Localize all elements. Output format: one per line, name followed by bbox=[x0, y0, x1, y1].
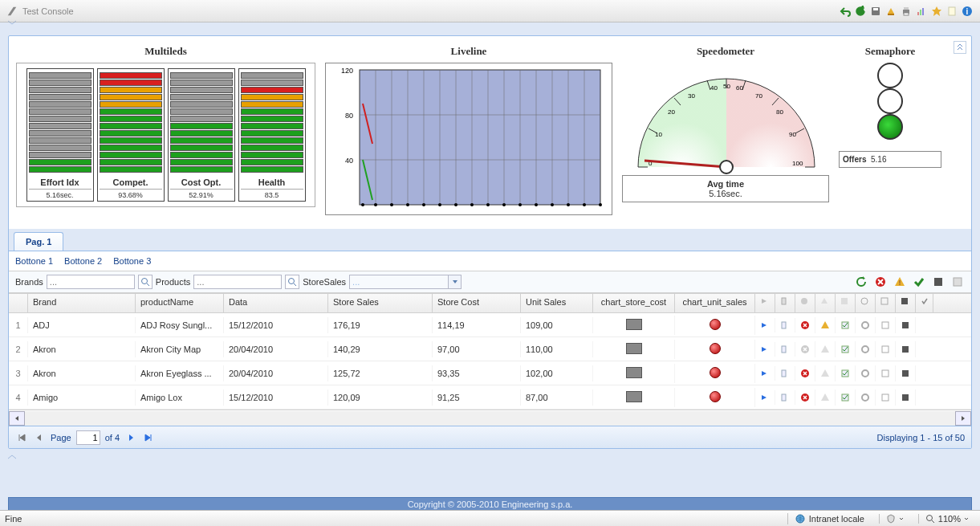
row-box-icon[interactable] bbox=[876, 341, 896, 357]
multiled-value: 93.68% bbox=[100, 189, 162, 199]
col-storesales[interactable]: Store Sales bbox=[328, 294, 433, 312]
row-play-icon[interactable] bbox=[755, 390, 775, 405]
cell-storesales: 120,09 bbox=[328, 389, 433, 406]
refresh-action-icon[interactable] bbox=[854, 275, 868, 289]
col-a3[interactable] bbox=[795, 294, 815, 312]
scroll-right-icon[interactable] bbox=[955, 411, 971, 426]
row-stop-icon[interactable] bbox=[896, 341, 916, 357]
star-icon[interactable] bbox=[930, 5, 943, 18]
row-check-icon[interactable] bbox=[836, 317, 856, 333]
row-doc-icon[interactable] bbox=[775, 318, 795, 332]
row-delete-icon[interactable] bbox=[795, 365, 815, 381]
cell-chart-store bbox=[593, 316, 675, 335]
row-doc-icon[interactable] bbox=[775, 366, 795, 381]
col-chartstore[interactable]: chart_store_cost bbox=[593, 294, 675, 312]
table-row[interactable]: 2AkronAkron City Map20/04/2010140,2997,0… bbox=[9, 337, 971, 361]
horizontal-scrollbar[interactable] bbox=[9, 410, 971, 426]
brands-input[interactable] bbox=[47, 275, 135, 289]
row-radio-icon[interactable] bbox=[856, 389, 876, 406]
row-delete-icon[interactable] bbox=[795, 341, 815, 357]
row-warn-icon[interactable] bbox=[815, 317, 836, 333]
row-box-icon[interactable] bbox=[876, 365, 896, 381]
row-doc-icon[interactable] bbox=[775, 390, 795, 405]
page-last-icon[interactable] bbox=[142, 431, 155, 444]
delete-action-icon[interactable] bbox=[873, 275, 888, 289]
chart-icon[interactable] bbox=[915, 5, 928, 18]
stop-action-icon[interactable] bbox=[931, 275, 945, 289]
col-a7[interactable] bbox=[876, 294, 896, 312]
page-input[interactable] bbox=[76, 430, 100, 445]
row-play-icon[interactable] bbox=[755, 366, 775, 381]
row-box-icon[interactable] bbox=[876, 389, 896, 406]
undo-icon[interactable] bbox=[839, 5, 852, 18]
col-a2[interactable] bbox=[775, 294, 795, 312]
col-unitsales[interactable]: Unit Sales bbox=[521, 294, 593, 312]
help-icon[interactable]: i bbox=[961, 5, 974, 18]
row-radio-icon[interactable] bbox=[856, 365, 876, 381]
page-prev-icon[interactable] bbox=[33, 431, 46, 444]
row-delete-icon[interactable] bbox=[795, 317, 815, 333]
cell-storesales: 176,19 bbox=[328, 317, 433, 333]
row-play-icon[interactable] bbox=[755, 342, 775, 357]
col-a5[interactable] bbox=[836, 294, 856, 312]
row-play-icon[interactable] bbox=[755, 318, 775, 332]
row-stop-icon[interactable] bbox=[896, 365, 916, 381]
row-warn-icon[interactable] bbox=[815, 365, 836, 381]
panel-toggle-top[interactable] bbox=[0, 19, 980, 26]
col-a6[interactable] bbox=[856, 294, 876, 312]
save-icon[interactable] bbox=[869, 5, 882, 18]
row-check-icon[interactable] bbox=[836, 389, 856, 406]
note-icon[interactable] bbox=[945, 5, 958, 18]
row-doc-icon[interactable] bbox=[775, 342, 795, 357]
panel-toggle-bottom[interactable] bbox=[0, 454, 980, 460]
tab-page1[interactable]: Pag. 1 bbox=[14, 232, 63, 251]
bottone-2[interactable]: Bottone 2 bbox=[64, 256, 102, 266]
col-storecost[interactable]: Store Cost bbox=[433, 294, 521, 312]
brands-search-icon[interactable] bbox=[138, 275, 152, 289]
col-chartunit[interactable]: chart_unit_sales bbox=[675, 294, 755, 312]
row-stop-icon[interactable] bbox=[896, 317, 916, 333]
row-radio-icon[interactable] bbox=[856, 341, 876, 357]
status-security[interactable] bbox=[879, 514, 910, 524]
storesales-select[interactable]: ... bbox=[349, 275, 462, 289]
products-search-icon[interactable] bbox=[285, 275, 299, 289]
scroll-left-icon[interactable] bbox=[9, 411, 25, 426]
export-icon[interactable] bbox=[884, 5, 897, 18]
col-a9[interactable] bbox=[916, 294, 933, 312]
col-brand[interactable]: Brand bbox=[28, 294, 136, 312]
warning-action-icon[interactable]: ! bbox=[893, 275, 907, 289]
bottone-1[interactable]: Bottone 1 bbox=[15, 256, 53, 266]
col-product[interactable]: productName bbox=[136, 294, 224, 312]
col-a8[interactable] bbox=[896, 294, 916, 312]
col-data[interactable]: Data bbox=[224, 294, 328, 312]
accept-action-icon[interactable] bbox=[912, 275, 926, 289]
col-a4[interactable] bbox=[815, 294, 836, 312]
refresh-icon[interactable] bbox=[854, 5, 867, 18]
row-box-icon[interactable] bbox=[876, 317, 896, 333]
row-warn-icon[interactable] bbox=[815, 341, 836, 357]
blank-action-icon[interactable] bbox=[950, 275, 965, 289]
cell-product: Akron City Map bbox=[136, 341, 224, 357]
row-check-icon[interactable] bbox=[836, 365, 856, 381]
print-icon[interactable] bbox=[900, 5, 913, 18]
page-next-icon[interactable] bbox=[124, 431, 137, 444]
page-first-icon[interactable] bbox=[15, 431, 28, 444]
col-rownum[interactable] bbox=[9, 294, 28, 312]
collapse-button[interactable] bbox=[954, 41, 966, 54]
row-delete-icon[interactable] bbox=[795, 389, 815, 406]
button-row: Bottone 1 Bottone 2 Bottone 3 bbox=[9, 251, 971, 271]
chevron-down-icon[interactable] bbox=[448, 275, 461, 288]
scroll-track[interactable] bbox=[25, 411, 955, 426]
products-input[interactable] bbox=[193, 275, 282, 289]
table-row[interactable]: 3AkronAkron Eyeglass ...20/04/2010125,72… bbox=[9, 361, 971, 385]
bottone-3[interactable]: Bottone 3 bbox=[113, 256, 151, 266]
row-radio-icon[interactable] bbox=[856, 317, 876, 333]
table-row[interactable]: 4AmigoAmigo Lox15/12/2010120,0991,2587,0… bbox=[9, 385, 971, 410]
table-row[interactable]: 1ADJADJ Rosy Sungl...15/12/2010176,19114… bbox=[9, 313, 971, 337]
cell-storecost: 91,25 bbox=[433, 389, 521, 406]
col-a1[interactable] bbox=[755, 294, 775, 312]
row-stop-icon[interactable] bbox=[896, 389, 916, 406]
status-zoom[interactable]: 110% bbox=[918, 514, 975, 524]
row-check-icon[interactable] bbox=[836, 341, 856, 357]
row-warn-icon[interactable] bbox=[815, 389, 836, 406]
